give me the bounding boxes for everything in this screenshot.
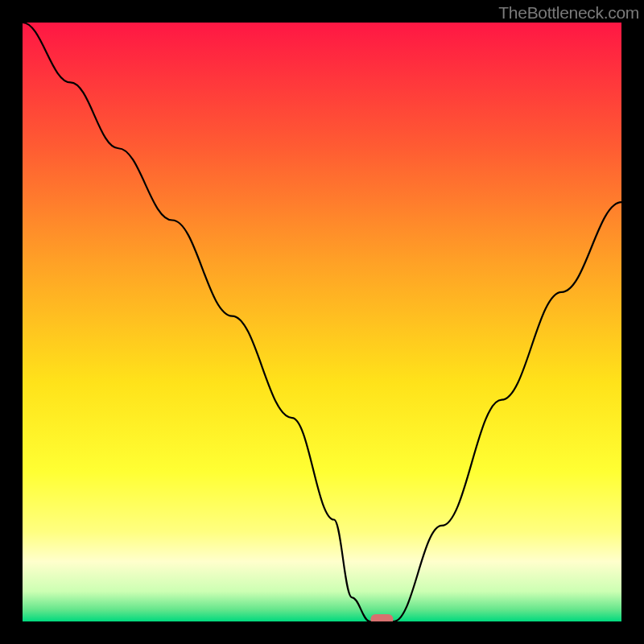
- plot-background: [23, 23, 621, 621]
- bottleneck-chart: TheBottleneck.com: [0, 0, 644, 644]
- chart-svg: [0, 0, 644, 644]
- watermark-text: TheBottleneck.com: [498, 3, 639, 23]
